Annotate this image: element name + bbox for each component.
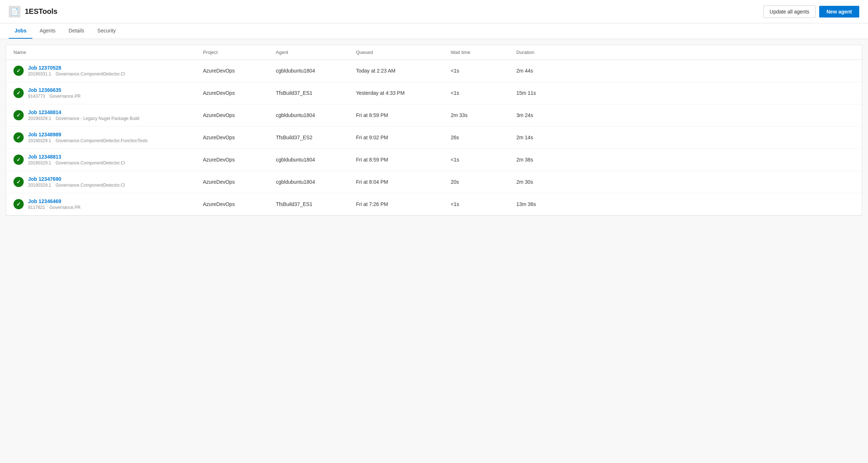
job-meta: 20190329.1 Governance.ComponentDetector.…	[28, 183, 125, 188]
job-agent: cgbldubuntu1804	[276, 68, 356, 74]
job-pipeline: Governance.ComponentDetector.CI	[55, 183, 125, 188]
update-all-agents-button[interactable]: Update all agents	[763, 5, 816, 18]
job-cell: Job 12370528 20190331.1 Governance.Compo…	[13, 65, 203, 77]
job-pipeline: Governance.ComponentDetector.FunctionTes…	[55, 138, 148, 143]
job-name[interactable]: Job 12348989	[28, 132, 148, 137]
job-cell: Job 12348813 20190329.1 Governance.Compo…	[13, 154, 203, 166]
col-header-project: Project	[203, 50, 276, 55]
tab-bar: Jobs Agents Details Security	[0, 23, 868, 39]
job-project: AzureDevOps	[203, 201, 276, 207]
col-header-duration: Duration	[516, 50, 575, 55]
job-build: 9117821	[28, 205, 45, 210]
table-row[interactable]: Job 12348814 20190329.1 Governance - Leg…	[6, 104, 862, 127]
job-build: 20190329.1	[28, 138, 51, 143]
status-success-icon	[13, 132, 24, 143]
job-duration: 2m 38s	[516, 157, 575, 163]
job-wait-time: 26s	[451, 135, 516, 140]
job-duration: 2m 30s	[516, 179, 575, 185]
job-build: 20190331.1	[28, 71, 51, 77]
job-project: AzureDevOps	[203, 68, 276, 74]
job-project: AzureDevOps	[203, 135, 276, 140]
job-build: 20190329.1	[28, 160, 51, 166]
table-row[interactable]: Job 12347690 20190329.1 Governance.Compo…	[6, 171, 862, 193]
job-name[interactable]: Job 12366635	[28, 87, 81, 93]
tab-agents[interactable]: Agents	[34, 23, 62, 39]
job-cell: Job 12347690 20190329.1 Governance.Compo…	[13, 176, 203, 188]
job-wait-time: <1s	[451, 201, 516, 207]
job-queued: Fri at 9:02 PM	[356, 135, 451, 140]
job-wait-time: 2m 33s	[451, 112, 516, 118]
job-agent: cgbldubuntu1804	[276, 179, 356, 185]
job-duration: 3m 24s	[516, 112, 575, 118]
col-header-agent: Agent	[276, 50, 356, 55]
job-name[interactable]: Job 12346469	[28, 198, 81, 204]
job-info: Job 12348814 20190329.1 Governance - Leg…	[28, 109, 140, 121]
job-queued: Yesterday at 4:33 PM	[356, 90, 451, 96]
app-title: 1ESTools	[25, 7, 58, 16]
table-header-row: Name Project Agent Queued Wait time Dura…	[6, 45, 862, 60]
job-wait-time: <1s	[451, 68, 516, 74]
table-row[interactable]: Job 12346469 9117821 Governance.PR Azure…	[6, 193, 862, 215]
job-info: Job 12346469 9117821 Governance.PR	[28, 198, 81, 210]
job-build: 20190329.1	[28, 183, 51, 188]
job-meta: 20190331.1 Governance.ComponentDetector.…	[28, 71, 125, 77]
job-info: Job 12366635 9143773 Governance.PR	[28, 87, 81, 99]
jobs-table: Name Project Agent Queued Wait time Dura…	[6, 45, 862, 216]
status-success-icon	[13, 177, 24, 187]
col-header-name: Name	[13, 50, 203, 55]
header-actions: Update all agents New agent	[763, 5, 859, 18]
job-queued: Fri at 8:04 PM	[356, 179, 451, 185]
job-duration: 2m 14s	[516, 135, 575, 140]
job-info: Job 12348813 20190329.1 Governance.Compo…	[28, 154, 125, 166]
page-header: 📄 1ESTools Update all agents New agent	[0, 0, 868, 23]
job-build: 9143773	[28, 94, 45, 99]
job-queued: Fri at 7:26 PM	[356, 201, 451, 207]
job-cell: Job 12348814 20190329.1 Governance - Leg…	[13, 109, 203, 121]
job-project: AzureDevOps	[203, 112, 276, 118]
job-agent: TfsBuild37_ES2	[276, 135, 356, 140]
table-body: Job 12370528 20190331.1 Governance.Compo…	[6, 60, 862, 215]
job-pipeline: Governance.ComponentDetector.CI	[55, 160, 125, 166]
job-project: AzureDevOps	[203, 179, 276, 185]
job-pipeline: Governance - Legacy Nuget Package Build	[55, 116, 139, 121]
job-cell: Job 12346469 9117821 Governance.PR	[13, 198, 203, 210]
col-header-queued: Queued	[356, 50, 451, 55]
job-name[interactable]: Job 12348814	[28, 109, 140, 115]
job-pipeline: Governance.PR	[50, 94, 81, 99]
job-agent: cgbldubuntu1804	[276, 112, 356, 118]
tab-details[interactable]: Details	[63, 23, 90, 39]
table-row[interactable]: Job 12348989 20190329.1 Governance.Compo…	[6, 127, 862, 149]
job-name[interactable]: Job 12348813	[28, 154, 125, 160]
job-agent: TfsBuild37_ES1	[276, 90, 356, 96]
job-wait-time: 20s	[451, 179, 516, 185]
tab-security[interactable]: Security	[91, 23, 122, 39]
job-queued: Fri at 8:59 PM	[356, 112, 451, 118]
job-cell: Job 12348989 20190329.1 Governance.Compo…	[13, 132, 203, 143]
table-row[interactable]: Job 12348813 20190329.1 Governance.Compo…	[6, 149, 862, 171]
new-agent-button[interactable]: New agent	[819, 6, 859, 17]
job-name[interactable]: Job 12370528	[28, 65, 125, 71]
status-success-icon	[13, 110, 24, 120]
job-queued: Fri at 8:59 PM	[356, 157, 451, 163]
table-row[interactable]: Job 12370528 20190331.1 Governance.Compo…	[6, 60, 862, 82]
status-success-icon	[13, 66, 24, 76]
job-meta: 20190329.1 Governance - Legacy Nuget Pac…	[28, 116, 140, 121]
header-left: 📄 1ESTools	[9, 6, 58, 17]
job-pipeline: Governance.ComponentDetector.CI	[55, 71, 125, 77]
job-project: AzureDevOps	[203, 157, 276, 163]
job-pipeline: Governance.PR	[50, 205, 81, 210]
job-project: AzureDevOps	[203, 90, 276, 96]
tab-jobs[interactable]: Jobs	[9, 23, 32, 39]
status-success-icon	[13, 155, 24, 165]
table-row[interactable]: Job 12366635 9143773 Governance.PR Azure…	[6, 82, 862, 104]
status-success-icon	[13, 199, 24, 209]
job-name[interactable]: Job 12347690	[28, 176, 125, 182]
job-meta: 9117821 Governance.PR	[28, 205, 81, 210]
job-agent: TfsBuild37_ES1	[276, 201, 356, 207]
job-meta: 9143773 Governance.PR	[28, 94, 81, 99]
app-icon: 📄	[9, 6, 20, 17]
job-duration: 2m 44s	[516, 68, 575, 74]
job-info: Job 12370528 20190331.1 Governance.Compo…	[28, 65, 125, 77]
job-info: Job 12347690 20190329.1 Governance.Compo…	[28, 176, 125, 188]
job-cell: Job 12366635 9143773 Governance.PR	[13, 87, 203, 99]
